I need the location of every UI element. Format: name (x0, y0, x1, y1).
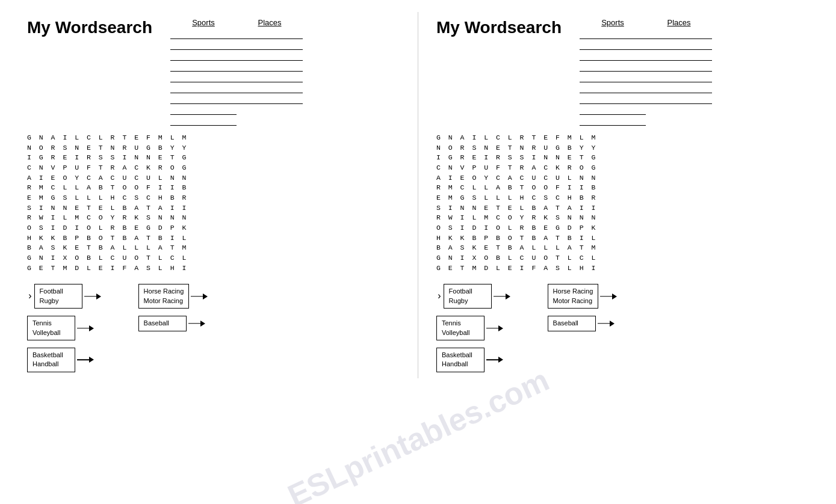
grid-row: O S I D I O L R B E G D P K (436, 223, 809, 233)
right-arrow-icon (494, 292, 512, 301)
category-box: Horse Racing Motor Racing (138, 284, 190, 309)
grid-row: G N I X O B L C U O T L C L (27, 253, 400, 263)
places-list-col: Places (646, 18, 712, 105)
sports-line (580, 62, 646, 72)
places-line (646, 62, 712, 72)
grid-row: G N A I L C L R T E F M L M (436, 133, 809, 143)
category-item: Tennis Volleyball (436, 316, 512, 340)
category-item: Horse Racing Motor Racing (548, 284, 619, 309)
category-box: Football Rugby (444, 284, 492, 309)
sports-line (170, 73, 237, 82)
header-row: My WordsearchSportsPlaces (27, 18, 400, 127)
grid-row: G E T M D L E I F A S L H I (436, 263, 809, 274)
sports-list-col: Sports (580, 18, 646, 127)
places-line (237, 51, 303, 61)
worksheet-title: My Wordsearch (436, 18, 562, 37)
left-category-group: ›Football RugbyTennis VolleyballBasketba… (27, 284, 102, 372)
grid-row: N O R S N E T N R U G B Y Y (27, 143, 400, 153)
places-line (237, 94, 303, 104)
sports-line (170, 105, 237, 115)
categories-section: ›Football RugbyTennis VolleyballBasketba… (436, 284, 809, 372)
category-item: Basketball Handball (27, 348, 102, 372)
sports-line (170, 51, 237, 61)
grid-row: E M G S L L L H C S C H B R (436, 193, 809, 203)
category-item: ›Football Rugby (436, 284, 512, 309)
sports-line (580, 105, 646, 115)
grid-row: S I N N E T E L B A T A I I (436, 203, 809, 214)
right-arrow-icon (598, 319, 616, 328)
category-box: Baseball (138, 316, 187, 331)
grid-row: B A S K E T B A L L L A T M (436, 243, 809, 253)
grid-row: A I E O Y C A C U C U L N N (436, 173, 809, 183)
categories-section: ›Football RugbyTennis VolleyballBasketba… (27, 284, 400, 372)
places-line (237, 40, 303, 50)
grid-row: H K K B P B O T B A T B I L (27, 233, 400, 244)
grid-row: C N V P U F T R A C K R O G (27, 163, 400, 173)
places-list-col: Places (237, 18, 303, 105)
left-arrow-icon: › (436, 291, 442, 302)
places-line (237, 73, 303, 82)
places-line (237, 29, 303, 39)
grid-row: R W I L M C O Y R K S N N N (436, 213, 809, 223)
grid-row: G E T M D L E I F A S L H I (27, 263, 400, 274)
worksheet-title: My Wordsearch (27, 18, 152, 37)
right-arrow-icon (486, 355, 504, 364)
sports-line (580, 29, 646, 39)
right-arrow-icon (188, 319, 206, 328)
places-line (646, 51, 712, 61)
places-label: Places (667, 18, 690, 27)
category-box: Tennis Volleyball (27, 316, 75, 340)
sports-line (170, 29, 237, 39)
sports-line (170, 116, 237, 126)
category-box: Basketball Handball (27, 348, 75, 372)
category-box: Baseball (548, 316, 596, 331)
category-box: Basketball Handball (436, 348, 485, 372)
category-item: Baseball (548, 316, 619, 331)
sports-line (580, 84, 646, 93)
category-item: ›Football Rugby (27, 284, 102, 309)
sports-line (580, 73, 646, 82)
right-category-group: Horse Racing Motor RacingBaseball (548, 284, 619, 372)
sports-label: Sports (601, 18, 624, 27)
header-row: My WordsearchSportsPlaces (436, 18, 809, 127)
grid-row: G N I X O B L C U O T L C L (436, 253, 809, 263)
grid-row: N O R S N E T N R U G B Y Y (436, 143, 809, 153)
sports-line (580, 94, 646, 104)
sports-line (580, 51, 646, 61)
left-arrow-icon: › (27, 291, 33, 302)
grid-row: C N V P U F T R A C K R O G (436, 163, 809, 173)
right-arrow-icon (84, 292, 102, 301)
grid-row: R W I L M C O Y R K S N N N (27, 213, 400, 223)
grid-row: O S I D I O L R B E G D P K (27, 223, 400, 233)
sports-line (170, 94, 237, 104)
right-arrow-icon (600, 292, 618, 301)
grid-row: R M C L L A B T O O F I I B (27, 183, 400, 193)
sports-line (170, 84, 237, 93)
sports-line (580, 116, 646, 126)
places-line (646, 94, 712, 104)
right-category-group: Horse Racing Motor RacingBaseball (138, 284, 209, 372)
sports-list-col: Sports (170, 18, 237, 127)
category-item: Basketball Handball (436, 348, 512, 372)
worksheet-divider (418, 12, 418, 378)
grid-row: G N A I L C L R T E F M L M (27, 133, 400, 143)
places-line (237, 84, 303, 93)
right-arrow-icon (77, 355, 95, 364)
right-arrow-icon (191, 292, 209, 301)
places-line (646, 40, 712, 50)
word-search-grid: G N A I L C L R T E F M L MN O R S N E T… (27, 133, 400, 273)
sports-line (170, 40, 237, 50)
category-box: Tennis Volleyball (436, 316, 485, 340)
sports-line (580, 40, 646, 50)
sports-line (170, 62, 237, 72)
grid-row: I G R E I R S S I N N E T G (436, 153, 809, 163)
category-box: Horse Racing Motor Racing (548, 284, 599, 309)
grid-row: H K K B P B O T B A T B I L (436, 233, 809, 244)
grid-row: E M G S L L L H C S C H B R (27, 193, 400, 203)
left-category-group: ›Football RugbyTennis VolleyballBasketba… (436, 284, 512, 372)
worksheet-2: My WordsearchSportsPlacesG N A I L C L R… (427, 12, 818, 378)
right-arrow-icon (77, 324, 95, 333)
places-line (237, 62, 303, 72)
category-item: Tennis Volleyball (27, 316, 102, 340)
grid-row: R M C L L A B T O O F I I B (436, 183, 809, 193)
